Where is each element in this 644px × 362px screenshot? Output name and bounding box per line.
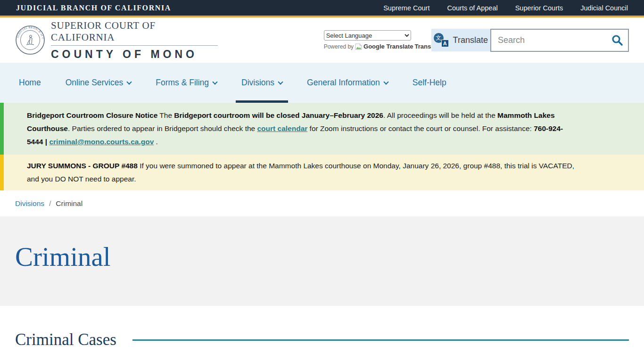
nav-item-forms-filing[interactable]: Forms & Filing: [150, 63, 223, 103]
nav-label: Home: [19, 78, 41, 88]
breadcrumb: Divisions / Criminal: [0, 190, 644, 216]
powered-by-label: Powered by: [324, 43, 354, 50]
language-select[interactable]: Select Language: [324, 30, 411, 41]
topbar-link-courts-of-appeal[interactable]: Courts of Appeal: [447, 4, 497, 12]
nav-item-general-information[interactable]: General Information: [301, 63, 394, 103]
topbar-link-superior-courts[interactable]: Superior Courts: [515, 4, 563, 12]
page-title: Criminal: [15, 241, 111, 272]
topbar-link-supreme-court[interactable]: Supreme Court: [383, 4, 429, 12]
site-logo[interactable]: JUDICIAL BRANCH of CALIFORNIA SUPERIOR C…: [15, 20, 218, 61]
topbar-link-judicial-council[interactable]: Judicial Council: [580, 4, 628, 12]
nav-label: General Information: [307, 78, 380, 88]
broken-image-icon: [355, 43, 362, 50]
jury-summons-title: JURY SUMMONS - GROUP #488: [27, 162, 138, 170]
county-name: COUNTY OF MONO: [51, 48, 218, 61]
nav-item-home[interactable]: Home: [13, 63, 47, 103]
section-divider: [132, 339, 629, 341]
topbar-links: Supreme Court Courts of Appeal Superior …: [383, 4, 628, 12]
court-calendar-link[interactable]: court calendar: [257, 124, 308, 132]
breadcrumb-separator: /: [49, 199, 51, 208]
nav-label: Divisions: [241, 78, 274, 88]
powered-by-line: Powered by Google Translate Translate: [324, 43, 418, 50]
brand-text: SUPERIOR COURT OF CALIFORNIA COUNTY OF M…: [51, 20, 218, 61]
chevron-down-icon: [212, 79, 217, 84]
search-input[interactable]: [498, 35, 611, 45]
translate-button-label: Translate: [453, 35, 488, 45]
brand-divider: [51, 45, 218, 46]
page-hero: Criminal: [0, 216, 644, 306]
nav-label: Self-Help: [413, 78, 446, 88]
court-seal-icon: JUDICIAL BRANCH of CALIFORNIA: [15, 25, 45, 55]
nav-item-online-services[interactable]: Online Services: [60, 63, 137, 103]
nav-item-self-help[interactable]: Self-Help: [407, 63, 452, 103]
jury-summons-text: JURY SUMMONS - GROUP #488 If you were su…: [27, 159, 579, 186]
breadcrumb-current: Criminal: [56, 199, 83, 208]
topbar: JUDICIAL BRANCH OF CALIFORNIA Supreme Co…: [0, 0, 644, 17]
topbar-title: JUDICIAL BRANCH OF CALIFORNIA: [16, 4, 171, 12]
closure-notice-text: Bridgeport Courtroom Closure Notice The …: [27, 109, 579, 148]
closure-notice-title: Bridgeport Courtroom Closure Notice: [27, 111, 157, 119]
search-submit-button[interactable]: [611, 34, 623, 46]
breadcrumb-divisions-link[interactable]: Divisions: [15, 199, 44, 208]
criminal-email-link[interactable]: criminal@mono.courts.ca.gov: [49, 138, 154, 146]
court-name: SUPERIOR COURT OF CALIFORNIA: [51, 20, 218, 43]
svg-text:JUDICIAL BRANCH of CALIFORNIA: JUDICIAL BRANCH of CALIFORNIA: [15, 25, 44, 40]
nav-label: Online Services: [66, 78, 124, 88]
chevron-down-icon: [383, 79, 388, 84]
chevron-down-icon: [127, 79, 132, 84]
main-navigation: Home Online Services Forms & Filing Divi…: [0, 63, 644, 103]
chevron-down-icon: [278, 79, 283, 84]
search-icon: [611, 34, 623, 46]
translate-button[interactable]: 文 A Translate: [431, 29, 490, 51]
site-header: JUDICIAL BRANCH of CALIFORNIA SUPERIOR C…: [0, 17, 644, 63]
nav-item-divisions[interactable]: Divisions: [236, 63, 288, 103]
criminal-cases-section: Criminal Cases: [0, 306, 644, 349]
nav-label: Forms & Filing: [156, 78, 209, 88]
section-title: Criminal Cases: [15, 330, 116, 349]
google-translate-alt-text: Google Translate: [363, 43, 413, 50]
closure-notice-alert: Bridgeport Courtroom Closure Notice The …: [0, 103, 644, 155]
search-box: [490, 29, 629, 52]
google-translate-icon: 文 A: [434, 33, 449, 47]
google-translate-widget: Select Language Powered by Google Transl…: [324, 30, 418, 50]
jury-summons-alert: JURY SUMMONS - GROUP #488 If you were su…: [0, 155, 644, 190]
